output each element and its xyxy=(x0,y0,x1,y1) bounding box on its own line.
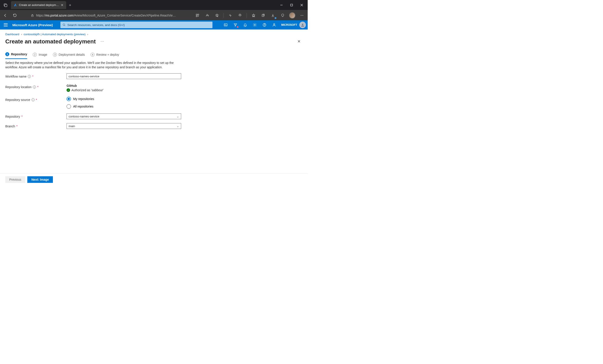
browser-address-bar: https://ms.portal.azure.com/#view/Micros… xyxy=(0,10,308,20)
back-button[interactable] xyxy=(1,11,10,20)
tab-repository[interactable]: 1 Repository xyxy=(5,52,27,59)
settings-gear-icon[interactable] xyxy=(250,20,260,30)
extension-icon[interactable] xyxy=(236,11,244,20)
svg-point-24 xyxy=(274,23,275,25)
workflow-name-label: Workflow name i * xyxy=(5,73,67,78)
portal-menu-button[interactable] xyxy=(1,21,10,29)
next-button[interactable]: Next: Image xyxy=(27,176,53,183)
search-placeholder: Search resources, services, and docs (G+… xyxy=(68,23,125,27)
wizard-footer: Previous Next: Image xyxy=(0,173,308,185)
step-number: 4 xyxy=(91,53,94,57)
search-icon xyxy=(63,23,66,26)
title-more-menu[interactable]: ··· xyxy=(101,39,104,43)
address-url[interactable]: https://ms.portal.azure.com/#view/Micros… xyxy=(31,14,192,17)
svg-rect-6 xyxy=(32,15,33,17)
dropdown-value: main xyxy=(69,125,75,128)
svg-point-23 xyxy=(264,25,265,26)
tab-image[interactable]: 2 Image xyxy=(33,52,47,59)
step-number: 3 xyxy=(53,53,57,57)
svg-rect-8 xyxy=(198,14,199,15)
user-avatar[interactable] xyxy=(299,22,306,28)
svg-point-21 xyxy=(254,24,255,25)
check-icon: ✓ xyxy=(67,88,70,92)
info-icon[interactable]: i xyxy=(28,75,31,78)
radio-my-repositories[interactable]: My repositories xyxy=(67,97,181,101)
breadcrumb: Dashboard › contosobipfh | Automated dep… xyxy=(0,30,308,37)
form: Workflow name i * Repository location i … xyxy=(0,73,308,133)
new-tab-button[interactable]: ＋ xyxy=(68,3,72,8)
step-number: 1 xyxy=(5,52,9,56)
clarity-icon[interactable] xyxy=(226,11,235,20)
page-title: Create an automated deployment xyxy=(5,38,96,45)
branch-dropdown[interactable]: main ⌄ xyxy=(67,123,181,129)
close-blade-button[interactable]: ✕ xyxy=(296,37,302,46)
lock-icon xyxy=(31,14,34,17)
tab-review-deploy[interactable]: 4 Review + deploy xyxy=(91,52,119,59)
auth-status: ✓ Authorized as 'sabbour' xyxy=(67,88,181,92)
azure-search-input[interactable]: Search resources, services, and docs (G+… xyxy=(60,22,212,28)
repository-dropdown[interactable]: contoso-names-service ⌄ xyxy=(67,114,181,119)
tab-deployment-details[interactable]: 3 Deployment details xyxy=(53,52,85,59)
previous-button[interactable]: Previous xyxy=(5,176,25,183)
profile-avatar[interactable] xyxy=(288,11,297,20)
window-close-button[interactable] xyxy=(297,0,307,10)
downloads-icon[interactable] xyxy=(268,11,277,20)
chevron-down-icon: ⌄ xyxy=(176,124,179,128)
feedback-icon[interactable] xyxy=(269,20,279,30)
toolbar-divider xyxy=(223,13,224,18)
svg-line-19 xyxy=(64,25,65,26)
breadcrumb-item[interactable]: Dashboard xyxy=(5,33,19,36)
radio-all-repositories[interactable]: All repositories xyxy=(67,104,181,109)
repository-location-label: Repository location i * xyxy=(5,84,67,89)
dropdown-value: contoso-names-service xyxy=(69,115,99,118)
svg-point-14 xyxy=(303,15,303,15)
cloud-shell-icon[interactable] xyxy=(221,20,231,30)
azure-top-bar: Microsoft Azure (Preview) Search resourc… xyxy=(0,20,308,30)
window-maximize-button[interactable] xyxy=(287,0,297,10)
tenant-label[interactable]: MICROSOFT xyxy=(279,23,299,26)
svg-point-13 xyxy=(302,15,302,15)
browser-tab-title: Create an automated deploymen xyxy=(19,3,59,7)
repository-label: Repository * xyxy=(5,114,67,118)
step-label: Review + deploy xyxy=(96,53,119,57)
chevron-right-icon: › xyxy=(87,33,88,36)
step-number: 2 xyxy=(33,53,37,57)
url-host: ms.portal.azure.com xyxy=(46,14,73,17)
workflow-name-input[interactable] xyxy=(67,73,181,79)
wizard-tabs: 1 Repository 2 Image 3 Deployment detail… xyxy=(0,46,308,59)
info-icon[interactable]: i xyxy=(32,98,35,101)
browser-tab[interactable]: Create an automated deploymen ✕ xyxy=(11,1,66,9)
more-menu-icon[interactable] xyxy=(298,11,306,20)
azure-brand[interactable]: Microsoft Azure (Preview) xyxy=(12,23,53,27)
tab-actions-button[interactable] xyxy=(1,0,10,10)
svg-rect-1 xyxy=(5,4,7,7)
branch-label: Branch * xyxy=(5,123,67,128)
svg-rect-7 xyxy=(196,14,197,15)
breadcrumb-item[interactable]: contosobipfh | Automated deployments (pr… xyxy=(23,33,85,36)
azure-favicon xyxy=(14,3,17,7)
collections-icon[interactable] xyxy=(259,11,267,20)
help-icon[interactable] xyxy=(260,20,269,30)
svg-rect-3 xyxy=(291,4,293,6)
filter-icon[interactable] xyxy=(231,20,240,30)
step-label: Image xyxy=(39,53,47,57)
favorite-star-icon[interactable] xyxy=(212,11,221,20)
chevron-right-icon: › xyxy=(21,33,22,36)
radio-label: My repositories xyxy=(73,97,94,101)
read-aloud-icon[interactable] xyxy=(203,11,212,20)
refresh-button[interactable] xyxy=(11,11,19,20)
browser-essentials-icon[interactable] xyxy=(278,11,287,20)
window-minimize-button[interactable] xyxy=(276,0,287,10)
page-body: Dashboard › contosobipfh | Automated dep… xyxy=(0,30,308,185)
toolbar-divider xyxy=(247,13,247,18)
svg-point-12 xyxy=(301,15,301,15)
info-icon[interactable]: i xyxy=(33,85,36,89)
notifications-icon[interactable] xyxy=(240,20,250,30)
tab-description: Select the repository where you've defin… xyxy=(0,59,181,73)
step-label: Repository xyxy=(11,52,27,56)
favorites-icon[interactable] xyxy=(249,11,258,20)
app-launcher-icon[interactable] xyxy=(193,11,202,20)
tab-close-icon[interactable]: ✕ xyxy=(61,3,63,7)
repo-provider: GitHub xyxy=(67,84,181,88)
svg-rect-9 xyxy=(196,16,197,17)
